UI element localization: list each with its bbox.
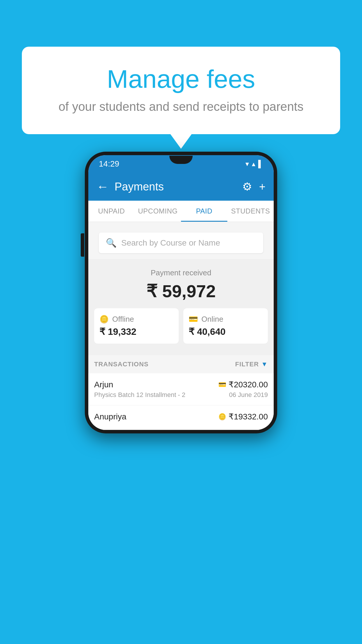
transactions-label: TRANSACTIONS [94, 360, 149, 368]
transaction-amount-row: 🪙 ₹19332.00 [218, 412, 268, 421]
search-placeholder: Search by Course or Name [121, 238, 220, 248]
filter-label: FILTER [235, 360, 259, 368]
tab-students[interactable]: STUDENTS [227, 201, 274, 222]
payment-total-amount: ₹ 59,972 [94, 281, 268, 301]
settings-icon[interactable]: ⚙ [242, 180, 252, 193]
add-icon[interactable]: + [259, 181, 266, 193]
online-card-header: 💳 Online [189, 315, 263, 324]
transaction-row-top: Arjun 💳 ₹20320.00 [94, 380, 268, 389]
search-bar[interactable]: 🔍 Search by Course or Name [99, 232, 263, 253]
phone-container: 14:29 ▾ ▴ ▌ ← Payments ⚙ + UNPAID [85, 152, 277, 433]
offline-icon: 🪙 [99, 315, 109, 324]
transaction-pay-icon: 💳 [218, 381, 226, 388]
online-label: Online [201, 315, 223, 324]
tab-unpaid[interactable]: UNPAID [88, 201, 135, 222]
search-icon: 🔍 [106, 238, 117, 248]
transaction-detail: Physics Batch 12 Installment - 2 [94, 391, 185, 399]
wifi-icon: ▾ [245, 160, 249, 168]
speech-bubble-container: Manage fees of your students and send re… [22, 47, 340, 134]
transaction-amount: ₹19332.00 [229, 412, 268, 421]
online-amount: ₹ 40,640 [189, 326, 263, 337]
online-card: 💳 Online ₹ 40,640 [183, 308, 268, 344]
transaction-amount: ₹20320.00 [229, 380, 268, 389]
speech-bubble-subtitle: of your students and send receipts to pa… [45, 100, 317, 114]
summary-section: Payment received ₹ 59,972 🪙 Offline ₹ 19… [88, 259, 274, 355]
payment-cards: 🪙 Offline ₹ 19,332 💳 Online ₹ 40,640 [94, 308, 268, 344]
filter-button[interactable]: FILTER ▼ [235, 360, 268, 368]
app-bar-actions: ⚙ + [242, 180, 266, 193]
offline-card-header: 🪙 Offline [99, 315, 173, 324]
transaction-row[interactable]: Arjun 💳 ₹20320.00 Physics Batch 12 Insta… [88, 373, 274, 405]
transaction-row-bottom: Physics Batch 12 Installment - 2 06 June… [94, 391, 268, 399]
phone-screen: 14:29 ▾ ▴ ▌ ← Payments ⚙ + UNPAID [88, 155, 274, 430]
offline-label: Offline [112, 315, 134, 324]
app-bar-title: Payments [115, 181, 236, 193]
status-time: 14:29 [99, 159, 119, 169]
signal-icon: ▴ [252, 160, 255, 168]
tab-upcoming[interactable]: UPCOMING [135, 201, 181, 222]
payment-received-label: Payment received [94, 268, 268, 277]
transaction-name: Anupriya [94, 412, 126, 421]
transaction-pay-icon: 🪙 [218, 413, 226, 421]
tab-paid[interactable]: PAID [181, 201, 227, 222]
filter-icon: ▼ [261, 360, 268, 368]
offline-card: 🪙 Offline ₹ 19,332 [94, 308, 179, 344]
speech-bubble-title: Manage fees [45, 64, 317, 94]
online-icon: 💳 [189, 315, 198, 324]
status-icons: ▾ ▴ ▌ [245, 160, 263, 168]
offline-amount: ₹ 19,332 [99, 326, 173, 337]
app-bar: ← Payments ⚙ + [88, 173, 274, 201]
transaction-row-top: Anupriya 🪙 ₹19332.00 [94, 412, 268, 421]
back-button[interactable]: ← [96, 180, 109, 194]
speech-bubble: Manage fees of your students and send re… [22, 47, 340, 134]
transaction-date: 06 June 2019 [229, 391, 268, 399]
transaction-amount-row: 💳 ₹20320.00 [218, 380, 268, 389]
transaction-row[interactable]: Anupriya 🪙 ₹19332.00 [88, 405, 274, 430]
transactions-header: TRANSACTIONS FILTER ▼ [88, 355, 274, 373]
transaction-name: Arjun [94, 380, 113, 389]
battery-icon: ▌ [258, 160, 263, 168]
phone: 14:29 ▾ ▴ ▌ ← Payments ⚙ + UNPAID [85, 152, 277, 433]
tabs-bar: UNPAID UPCOMING PAID STUDENTS [88, 201, 274, 222]
